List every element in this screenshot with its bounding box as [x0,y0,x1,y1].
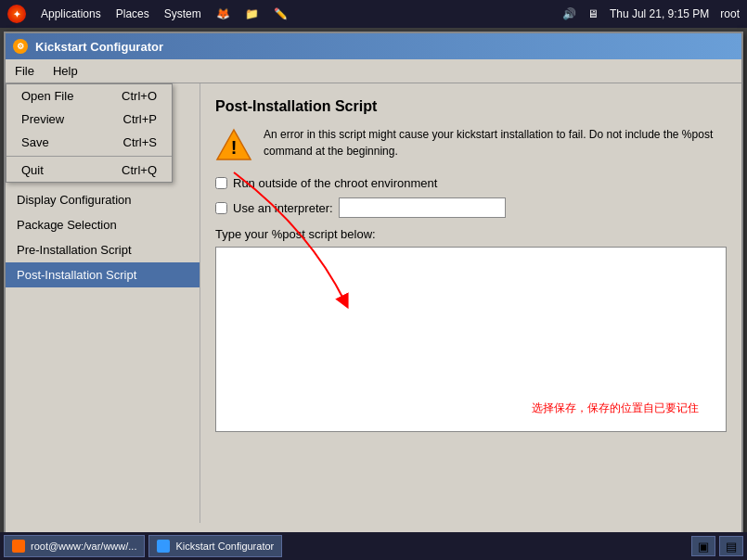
quit-label: Quit [21,163,44,177]
open-file-label: Open File [21,89,73,103]
taskbar-places[interactable]: Places [116,7,149,20]
file-dropdown: Open File Ctrl+O Preview Ctrl+P Save Ctr… [6,83,173,183]
save-item[interactable]: Save Ctrl+S [6,131,172,154]
sidebar-item-post-install[interactable]: Post-Installation Script [6,262,200,287]
chroot-label: Run outside of the chroot environment [233,176,437,190]
file-menu[interactable]: File [6,60,44,82]
warning-box: ! An error in this script might cause yo… [215,126,727,163]
chroot-checkbox[interactable] [215,177,227,189]
chroot-checkbox-row: Run outside of the chroot environment [215,176,727,190]
top-taskbar: ✦ Applications Places System 🦊 📁 ✏️ 🔊 🖥 … [0,0,747,28]
open-file-item[interactable]: Open File Ctrl+O [6,84,172,108]
bottom-right-area: ▣ ▤ [691,536,743,556]
taskbar-edit-icon[interactable]: ✏️ [274,7,288,20]
interpreter-checkbox[interactable] [215,202,227,214]
open-file-shortcut: Ctrl+O [122,89,157,103]
script-type-label: Type your %post script below: [215,227,727,241]
terminal-label: root@www:/var/www/... [31,541,136,552]
preview-item[interactable]: Preview Ctrl+P [6,108,172,131]
save-label: Save [21,135,49,149]
taskbar-user: root [720,7,740,20]
taskbar-system[interactable]: System [164,7,201,20]
preview-label: Preview [21,112,64,126]
warning-icon: ! [215,126,252,163]
warning-text: An error in this script might cause your… [264,126,727,159]
taskbar-right: 🔊 🖥 Thu Jul 21, 9:15 PM root [562,7,740,20]
taskbar-firefox-icon[interactable]: 🦊 [216,7,230,20]
interpreter-row: Use an interpreter: [215,197,727,218]
menu-divider [6,156,172,157]
configurator-label: Kickstart Configurator [175,541,274,552]
main-panel: Post-Installation Script ! An error in t… [200,83,741,523]
script-container: 选择保存，保存的位置自已要记住 [215,247,727,435]
taskbar-folder-icon[interactable]: 📁 [245,7,259,20]
main-window: ⚙ Kickstart Configurator File Help Open … [4,32,743,549]
window-title: Kickstart Configurator [35,40,163,54]
svg-text:!: ! [231,137,238,158]
panel-title: Post-Installation Script [215,98,727,115]
interpreter-input[interactable] [339,197,506,218]
taskbar-applications[interactable]: Applications [41,7,101,20]
save-shortcut: Ctrl+S [123,135,157,149]
sidebar-item-packages[interactable]: Package Selection [6,212,200,237]
quit-item[interactable]: Quit Ctrl+Q [6,159,172,182]
interpreter-label: Use an interpreter: [233,201,333,215]
terminal-icon [12,540,25,553]
distro-logo: ✦ [7,5,26,23]
configurator-taskbar-item[interactable]: Kickstart Configurator [148,535,282,557]
taskbar-sound-icon[interactable]: 🔊 [562,7,576,20]
sidebar-item-pre-install[interactable]: Pre-Installation Script [6,237,200,262]
taskbar-datetime: Thu Jul 21, 9:15 PM [610,7,709,20]
bottom-btn-1[interactable]: ▣ [691,536,715,556]
quit-shortcut: Ctrl+Q [122,163,157,177]
taskbar-left: ✦ Applications Places System 🦊 📁 ✏️ [7,5,288,23]
taskbar-network-icon[interactable]: 🖥 [587,7,599,20]
bottom-btn-2[interactable]: ▤ [719,536,743,556]
terminal-taskbar-item[interactable]: root@www:/var/www/... [4,535,145,557]
annotation-text: 选择保存，保存的位置自已要记住 [532,401,699,416]
help-menu[interactable]: Help [44,60,87,82]
sidebar-item-display[interactable]: Display Configuration [6,187,200,212]
configurator-icon [157,540,170,553]
preview-shortcut: Ctrl+P [123,112,157,126]
title-bar: ⚙ Kickstart Configurator [6,33,741,59]
bottom-taskbar: root@www:/var/www/... Kickstart Configur… [0,532,747,560]
window-logo: ⚙ [13,39,28,54]
menu-bar: File Help Open File Ctrl+O Preview Ctrl+… [6,59,741,83]
